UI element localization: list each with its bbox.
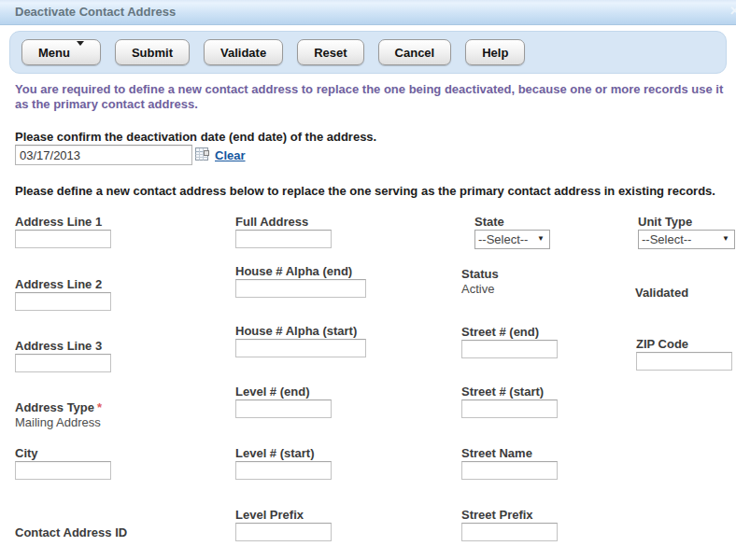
street-num-end-input[interactable] bbox=[461, 340, 558, 358]
title-bar: Deactivate Contact Address ✕ bbox=[0, 0, 736, 25]
state-select[interactable]: --Select-- bbox=[474, 230, 550, 249]
required-asterisk: * bbox=[97, 400, 102, 414]
warning-message: You are required to define a new contact… bbox=[15, 82, 729, 112]
field-zip-code: ZIP Code bbox=[636, 337, 732, 371]
field-full-address: Full Address bbox=[235, 215, 332, 248]
level-num-start-label: Level # (start) bbox=[235, 446, 332, 460]
status-label: Status bbox=[461, 267, 499, 281]
clear-date-link[interactable]: Clear bbox=[215, 148, 246, 162]
street-num-start-label: Street # (start) bbox=[461, 385, 558, 399]
toolbar: Menu Submit Validate Reset Cancel Help bbox=[9, 31, 727, 74]
house-alpha-start-label: House # Alpha (start) bbox=[235, 324, 366, 338]
menu-button[interactable]: Menu bbox=[21, 39, 101, 65]
toolbar-button-row: Menu Submit Validate Reset Cancel Help bbox=[21, 39, 525, 65]
address-line-2-label: Address Line 2 bbox=[15, 277, 111, 291]
field-street-name: Street Name bbox=[461, 446, 558, 480]
page-title: Deactivate Contact Address bbox=[15, 0, 176, 24]
house-alpha-end-input[interactable] bbox=[235, 279, 366, 298]
street-prefix-input[interactable] bbox=[461, 523, 558, 541]
validate-button[interactable]: Validate bbox=[204, 39, 283, 65]
confirm-date-label: Please confirm the deactivation date (en… bbox=[15, 130, 376, 144]
cancel-button[interactable]: Cancel bbox=[378, 39, 452, 65]
field-level-prefix: Level Prefix bbox=[235, 508, 332, 541]
full-address-label: Full Address bbox=[235, 215, 332, 229]
state-label: State bbox=[474, 215, 550, 229]
define-address-label: Please define a new contact address belo… bbox=[15, 184, 715, 198]
field-house-alpha-start: House # Alpha (start) bbox=[235, 324, 366, 357]
level-prefix-label: Level Prefix bbox=[235, 508, 332, 522]
city-input[interactable] bbox=[15, 461, 111, 480]
street-num-start-input[interactable] bbox=[461, 399, 558, 418]
address-type-label: Address Type* bbox=[15, 400, 102, 414]
address-line-3-label: Address Line 3 bbox=[15, 339, 111, 353]
field-unit-type: Unit Type --Select-- ▼ bbox=[638, 215, 735, 249]
field-address-line-1: Address Line 1 bbox=[15, 215, 111, 248]
street-num-end-label: Street # (end) bbox=[461, 325, 558, 339]
submit-button[interactable]: Submit bbox=[115, 39, 190, 65]
field-state: State --Select-- ▼ bbox=[474, 215, 550, 249]
contact-address-id-label: Contact Address ID bbox=[15, 525, 127, 539]
address-type-value: Mailing Address bbox=[15, 415, 102, 430]
level-num-end-label: Level # (end) bbox=[235, 385, 332, 399]
field-contact-address-id: Contact Address ID bbox=[15, 525, 127, 540]
house-alpha-start-input[interactable] bbox=[235, 339, 366, 357]
house-alpha-end-label: House # Alpha (end) bbox=[235, 264, 366, 278]
menu-dropdown-icon bbox=[77, 46, 84, 60]
address-line-1-label: Address Line 1 bbox=[15, 215, 111, 229]
close-icon[interactable]: ✕ bbox=[729, 4, 736, 18]
field-status: Status Active bbox=[461, 267, 499, 297]
deactivation-date-input[interactable] bbox=[15, 145, 192, 165]
field-street-num-end: Street # (end) bbox=[461, 325, 558, 358]
address-line-3-input[interactable] bbox=[15, 354, 111, 372]
field-street-num-start: Street # (start) bbox=[461, 385, 558, 418]
unit-type-select[interactable]: --Select-- bbox=[638, 230, 735, 249]
zip-code-input[interactable] bbox=[636, 352, 732, 371]
status-value: Active bbox=[461, 282, 499, 297]
city-label: City bbox=[15, 446, 111, 460]
help-button[interactable]: Help bbox=[465, 39, 525, 65]
address-line-1-input[interactable] bbox=[15, 230, 111, 248]
field-level-num-end: Level # (end) bbox=[235, 385, 332, 418]
field-level-num-start: Level # (start) bbox=[235, 446, 332, 480]
street-name-input[interactable] bbox=[461, 461, 558, 480]
field-address-line-3: Address Line 3 bbox=[15, 339, 111, 372]
field-house-alpha-end: House # Alpha (end) bbox=[235, 264, 366, 298]
field-city: City bbox=[15, 446, 111, 480]
field-address-type: Address Type* Mailing Address bbox=[15, 400, 102, 430]
street-prefix-label: Street Prefix bbox=[461, 508, 558, 522]
full-address-input[interactable] bbox=[235, 230, 332, 248]
field-address-line-2: Address Line 2 bbox=[15, 277, 111, 311]
unit-type-label: Unit Type bbox=[638, 215, 735, 229]
address-line-2-input[interactable] bbox=[15, 292, 111, 311]
menu-button-label: Menu bbox=[38, 46, 70, 60]
level-prefix-input[interactable] bbox=[235, 523, 332, 541]
reset-button[interactable]: Reset bbox=[297, 39, 363, 65]
zip-code-label: ZIP Code bbox=[636, 337, 732, 351]
level-num-end-input[interactable] bbox=[235, 399, 332, 418]
field-street-prefix: Street Prefix bbox=[461, 508, 558, 541]
validated-label: Validated bbox=[635, 286, 688, 300]
level-num-start-input[interactable] bbox=[235, 461, 332, 480]
deactivate-contact-address-window: Deactivate Contact Address ✕ Menu Submit… bbox=[0, 0, 736, 560]
field-validated: Validated bbox=[635, 286, 688, 301]
street-name-label: Street Name bbox=[461, 446, 558, 460]
calendar-icon[interactable] bbox=[195, 147, 210, 166]
